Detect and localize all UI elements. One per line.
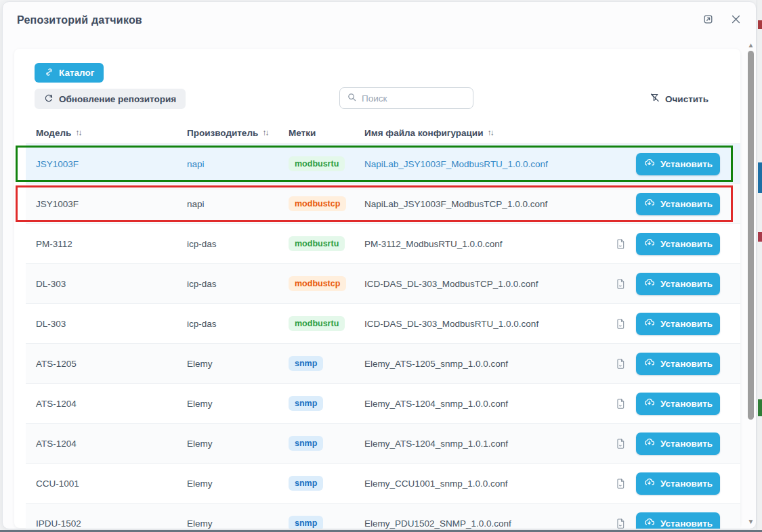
install-button-label: Установить [660, 319, 713, 329]
table-row[interactable]: JSY1003F napi modbustcp NapiLab_JSY1003F… [26, 184, 740, 224]
cloud-download-icon [643, 317, 655, 330]
scrollbar-thumb[interactable] [748, 51, 754, 420]
install-button[interactable]: Установить [636, 512, 720, 530]
table-row[interactable]: JSY1003F napi modbusrtu NapiLab_JSY1003F… [26, 144, 740, 184]
install-button-label: Установить [660, 439, 713, 449]
manufacturer-cell: icp-das [187, 239, 289, 249]
sort-arrows-icon[interactable]: ↑↓ [75, 128, 81, 137]
filename-cell: Elemy_ATS-1204_snmp_1.0.1.conf [364, 439, 608, 449]
file-document-icon[interactable] [616, 238, 625, 250]
install-button[interactable]: Установить [636, 273, 720, 295]
search-icon [347, 92, 357, 105]
install-button[interactable]: Установить [636, 472, 720, 495]
tag-badge: snmp [289, 436, 323, 451]
close-button[interactable] [728, 13, 743, 28]
install-button[interactable]: Установить [636, 433, 720, 455]
tag-badge: modbusrtu [289, 156, 345, 171]
table-row[interactable]: PM-3112 icp-das modbusrtu PM-3112_Modbus… [26, 224, 740, 264]
model-cell: ATS-1204 [26, 439, 187, 449]
file-document-icon[interactable] [616, 478, 625, 489]
clear-filters-button[interactable]: Очистить [650, 89, 708, 108]
install-button[interactable]: Установить [636, 233, 720, 255]
table-row[interactable]: ATS-1204 Elemy snmp Elemy_ATS-1204_snmp_… [26, 424, 740, 464]
install-button-label: Установить [660, 399, 713, 409]
page: Репозиторий датчиков [0, 0, 762, 532]
scroll-up-arrow-icon[interactable]: ▲ [747, 41, 755, 49]
file-document-icon[interactable] [616, 318, 625, 330]
sort-arrows-icon[interactable]: ↑↓ [487, 128, 492, 137]
scroll-down-arrow-icon[interactable]: ▼ [747, 518, 755, 525]
filter-clear-icon [650, 93, 660, 105]
filename-cell: Elemy_PDU1502_SNMP_1.0.0.conf [364, 518, 608, 529]
scroll-mark-red [758, 20, 762, 29]
file-icon-cell [608, 238, 633, 250]
cloud-download-icon [643, 517, 655, 529]
file-document-icon[interactable] [616, 398, 625, 409]
action-cell: Установить [633, 273, 740, 295]
sort-arrows-icon[interactable]: ↑↓ [262, 128, 268, 137]
column-header-manufacturer: Производитель ↑↓ [187, 128, 289, 138]
catalog-button[interactable]: Каталог [35, 63, 104, 83]
scroll-mark-green [758, 399, 762, 416]
close-icon [730, 14, 742, 27]
model-cell: PM-3112 [26, 239, 187, 249]
tags-cell: modbustcp [289, 276, 364, 291]
cloud-download-icon [643, 437, 655, 449]
filename-cell: ICD-DAS_DL-303_ModbusRTU_1.0.0.conf [364, 319, 608, 329]
table-row[interactable]: IPDU-1502 Elemy snmp Elemy_PDU1502_SNMP_… [26, 504, 740, 529]
cloud-download-icon [643, 158, 655, 170]
file-icon-cell [608, 478, 633, 489]
file-document-icon[interactable] [616, 438, 625, 449]
column-header-filename: Имя файла конфигурации ↑↓ [364, 128, 608, 138]
manufacturer-cell: icp-das [187, 279, 289, 289]
model-cell: CCU-1001 [26, 479, 187, 489]
refresh-repository-button[interactable]: Обновление репозитория [35, 89, 186, 109]
manufacturer-cell: Elemy [187, 439, 289, 449]
tags-cell: modbusrtu [289, 236, 364, 251]
table-row[interactable]: ATS-1204 Elemy snmp Elemy_ATS-1204_snmp_… [26, 384, 740, 424]
toolbar: Обновление репозитория [14, 89, 740, 110]
scroll-mark-blue [758, 162, 762, 193]
install-button[interactable]: Установить [636, 193, 720, 215]
manufacturer-cell: napi [187, 159, 289, 169]
action-cell: Установить [633, 233, 740, 255]
modal-title: Репозиторий датчиков [17, 14, 142, 26]
sensor-repository-modal: Репозиторий датчиков [2, 1, 757, 529]
table-row[interactable]: DL-303 icp-das modbustcp ICD-DAS_DL-303_… [26, 264, 740, 304]
install-button-label: Установить [660, 279, 713, 289]
install-button[interactable]: Установить [636, 313, 720, 335]
manufacturer-cell: napi [187, 199, 289, 209]
tags-cell: snmp [289, 396, 364, 411]
page-scrollbar[interactable] [757, 0, 762, 532]
table-row[interactable]: CCU-1001 Elemy snmp Elemy_CCU1001_snmp_1… [26, 464, 740, 504]
filename-cell: Elemy_ATS-1204_snmp_1.0.0.conf [364, 399, 608, 409]
tag-badge: snmp [289, 516, 323, 529]
column-header-tags: Метки [289, 128, 364, 138]
tag-badge: modbusrtu [289, 236, 345, 251]
install-button-label: Установить [660, 359, 713, 369]
tags-cell: modbusrtu [289, 156, 364, 171]
filename-cell: PM-3112_ModbusRTU_1.0.0.conf [364, 239, 608, 249]
manufacturer-cell: Elemy [187, 399, 289, 409]
table-header-row: Модель ↑↓ Производитель ↑↓ Метки Имя фай… [26, 122, 740, 144]
file-document-icon[interactable] [616, 278, 625, 290]
table-row[interactable]: ATS-1205 Elemy snmp Elemy_ATS-1205_snmp_… [26, 344, 740, 384]
file-document-icon[interactable] [616, 358, 625, 370]
file-icon-cell [608, 198, 633, 210]
install-button[interactable]: Установить [636, 353, 720, 375]
filename-cell: Elemy_ATS-1205_snmp_1.0.0.conf [364, 359, 608, 369]
table-row[interactable]: DL-303 icp-das modbusrtu ICD-DAS_DL-303_… [26, 304, 740, 344]
cloud-download-icon [643, 357, 655, 370]
install-button[interactable]: Установить [636, 393, 720, 415]
search-input[interactable] [362, 93, 466, 104]
tags-cell: snmp [289, 516, 364, 529]
tags-cell: snmp [289, 436, 364, 451]
file-document-icon[interactable] [616, 518, 625, 529]
filename-cell: ICD-DAS_DL-303_ModbusTCP_1.0.0.conf [364, 279, 608, 289]
install-button[interactable]: Установить [636, 153, 720, 175]
tags-cell: snmp [289, 476, 364, 491]
tags-cell: modbusrtu [289, 316, 364, 331]
expand-button[interactable] [700, 13, 715, 28]
cloud-download-icon [643, 238, 655, 250]
filename-cell: Elemy_CCU1001_snmp_1.0.0.conf [364, 479, 608, 489]
